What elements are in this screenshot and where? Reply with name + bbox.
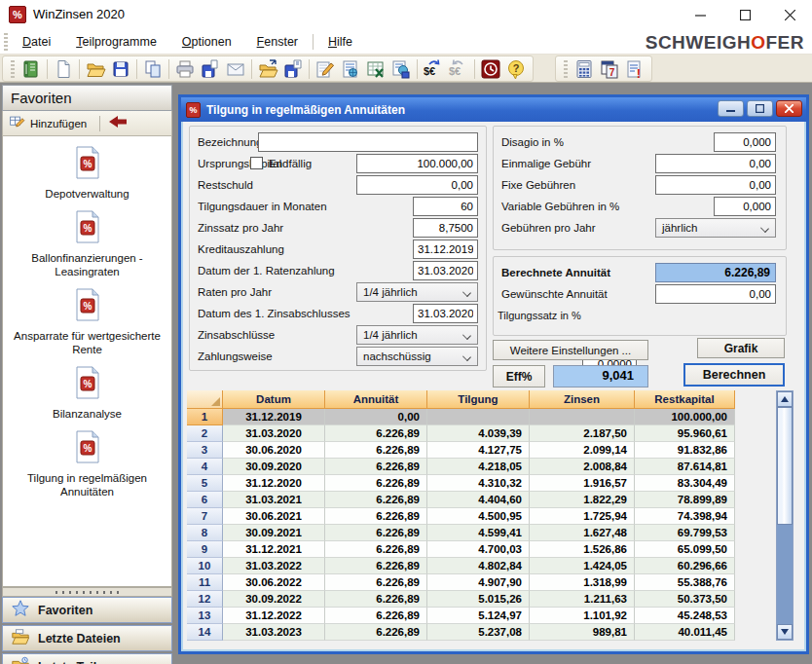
input-kreditauszahlung[interactable] <box>413 240 478 259</box>
table-cell[interactable]: 6.226,89 <box>325 442 427 459</box>
table-cell[interactable]: 30.09.2020 <box>223 459 325 475</box>
dropdown-raten-pro-jahr[interactable]: 1/4 jährlich <box>356 282 478 302</box>
table-corner-cell[interactable] <box>187 390 223 409</box>
report-globe-icon[interactable] <box>338 57 363 81</box>
table-cell[interactable]: 6.226,89 <box>325 425 427 442</box>
maximize-icon[interactable] <box>722 0 767 29</box>
table-row[interactable]: 1230.09.20226.226,895.015,261.211,6350.3… <box>187 591 735 608</box>
table-cell[interactable]: 4.310,32 <box>427 475 530 492</box>
table-cell[interactable]: 65.099,50 <box>635 541 735 558</box>
desired-annuity-input[interactable] <box>655 284 776 304</box>
favorite-item[interactable]: %Tilgung in regelmäßigen Annuitäten <box>6 429 169 498</box>
table-row[interactable]: 430.09.20206.226,894.218,052.008,8487.61… <box>187 459 735 475</box>
table-cell[interactable]: 30.06.2020 <box>223 442 325 459</box>
import-folder-icon[interactable] <box>255 57 280 81</box>
menu-item-optionen[interactable]: Optionen <box>169 31 244 53</box>
input-datum-des-1-zinsabschlusses[interactable] <box>413 304 478 323</box>
table-cell[interactable]: 87.614,81 <box>635 459 735 475</box>
table-cell[interactable]: 6.226,89 <box>325 541 427 558</box>
column-header-annuität[interactable]: Annuität <box>325 390 427 409</box>
scroll-down-icon[interactable] <box>777 624 793 640</box>
more-settings-button[interactable]: Weitere Einstellungen ... <box>493 340 648 360</box>
table-cell[interactable]: 6.226,89 <box>325 574 427 591</box>
notes-icon[interactable]: ! <box>622 57 647 81</box>
table-row[interactable]: 531.12.20206.226,894.310,321.916,5783.30… <box>187 475 735 492</box>
input-restschuld[interactable] <box>356 175 478 195</box>
table-cell[interactable]: 30.06.2021 <box>223 508 325 525</box>
table-cell[interactable]: 6.226,89 <box>325 591 427 608</box>
table-cell[interactable]: 1.822,29 <box>530 492 635 508</box>
excel-export-icon[interactable] <box>363 57 388 81</box>
table-cell[interactable]: 2.187,50 <box>530 425 635 442</box>
table-cell[interactable]: 31.12.2019 <box>223 409 325 425</box>
table-cell[interactable]: 50.373,50 <box>635 591 735 608</box>
table-cell[interactable] <box>427 409 530 425</box>
table-cell[interactable]: 45.248,53 <box>635 608 735 624</box>
table-row[interactable]: 1031.03.20226.226,894.802,841.424,0560.2… <box>187 558 735 574</box>
table-cell[interactable]: 83.304,49 <box>635 475 735 492</box>
toolbar-grip[interactable] <box>564 60 568 78</box>
table-row[interactable]: 231.03.20206.226,894.039,392.187,5095.96… <box>187 425 735 442</box>
table-cell[interactable]: 6.226,89 <box>325 525 427 541</box>
grafik-button[interactable]: Grafik <box>697 338 785 358</box>
input-tilgungsdauer-in-monaten[interactable] <box>413 197 478 216</box>
table-cell[interactable]: 5.015,26 <box>427 591 530 608</box>
back-arrow-icon[interactable] <box>107 114 129 133</box>
table-cell[interactable]: 6.226,89 <box>325 624 427 641</box>
table-cell[interactable]: 4.802,84 <box>427 558 530 574</box>
email-icon[interactable] <box>223 57 248 81</box>
html-export-icon[interactable] <box>388 57 414 81</box>
nav-button-letzte-dateien[interactable]: Letzte Dateien <box>2 625 172 651</box>
add-favorite-icon[interactable] <box>9 113 26 134</box>
input-disagio-in-[interactable] <box>714 132 776 152</box>
add-favorite-button[interactable]: Hinzufügen <box>30 118 87 129</box>
table-cell[interactable]: 31.03.2021 <box>223 492 325 508</box>
table-cell[interactable]: 31.12.2020 <box>223 475 325 492</box>
save-as-icon[interactable] <box>198 57 223 81</box>
column-header-datum[interactable]: Datum <box>223 390 325 409</box>
edit-icon[interactable] <box>313 57 338 81</box>
table-cell[interactable]: 31.12.2022 <box>223 608 325 624</box>
table-cell[interactable]: 31.03.2023 <box>223 624 325 641</box>
table-cell[interactable]: 91.832,86 <box>635 442 735 459</box>
menubar-grip[interactable] <box>4 33 8 51</box>
row-number-cell[interactable]: 13 <box>187 608 223 624</box>
input-einmalige-geb-hr[interactable] <box>655 154 776 173</box>
row-number-cell[interactable]: 6 <box>187 492 223 508</box>
table-row[interactable]: 330.06.20206.226,894.127,752.099,1491.83… <box>187 442 735 459</box>
table-cell[interactable]: 6.226,89 <box>325 475 427 492</box>
row-number-cell[interactable]: 5 <box>187 475 223 492</box>
favorite-item[interactable]: %Ballonfinanzierungen - Leasingraten <box>6 209 169 278</box>
table-cell[interactable]: 78.899,89 <box>635 492 735 508</box>
table-cell[interactable]: 1.526,86 <box>530 541 635 558</box>
table-cell[interactable]: 30.09.2022 <box>223 591 325 608</box>
table-row[interactable]: 931.12.20216.226,894.700,031.526,8665.09… <box>187 541 735 558</box>
table-cell[interactable]: 2.099,14 <box>530 442 635 459</box>
table-cell[interactable]: 6.226,89 <box>325 492 427 508</box>
row-number-cell[interactable]: 7 <box>187 508 223 525</box>
nav-button-favoriten[interactable]: Favoriten <box>2 597 172 623</box>
row-number-cell[interactable]: 14 <box>187 624 223 641</box>
print-icon[interactable] <box>172 57 198 81</box>
table-cell[interactable]: 1.318,99 <box>530 574 635 591</box>
save-icon[interactable] <box>108 57 133 81</box>
table-cell[interactable]: 6.226,89 <box>325 608 427 624</box>
row-number-cell[interactable]: 8 <box>187 525 223 541</box>
table-cell[interactable]: 1.101,92 <box>530 608 635 624</box>
table-cell[interactable]: 69.799,53 <box>635 525 735 541</box>
row-number-cell[interactable]: 2 <box>187 425 223 442</box>
input-bezeichnung[interactable] <box>258 132 478 152</box>
eff-percent-button[interactable]: Eff% <box>493 365 545 387</box>
close-icon[interactable] <box>767 0 812 29</box>
dropdown-geb-hren-pro-jahr[interactable]: jährlich <box>655 218 776 238</box>
column-header-zinsen[interactable]: Zinsen <box>530 390 635 409</box>
table-cell[interactable]: 6.226,89 <box>325 558 427 574</box>
row-number-cell[interactable]: 3 <box>187 442 223 459</box>
menu-item-teilprogramme[interactable]: Teilprogramme <box>63 31 169 53</box>
table-cell[interactable]: 1.211,63 <box>530 591 635 608</box>
row-number-cell[interactable]: 12 <box>187 591 223 608</box>
dialog-close-icon[interactable] <box>776 100 802 117</box>
input-ursprungskapital[interactable] <box>356 154 478 173</box>
favorite-item[interactable]: %Ansparrate für wertgesicherte Rente <box>6 287 169 356</box>
table-cell[interactable]: 100.000,00 <box>635 409 735 425</box>
